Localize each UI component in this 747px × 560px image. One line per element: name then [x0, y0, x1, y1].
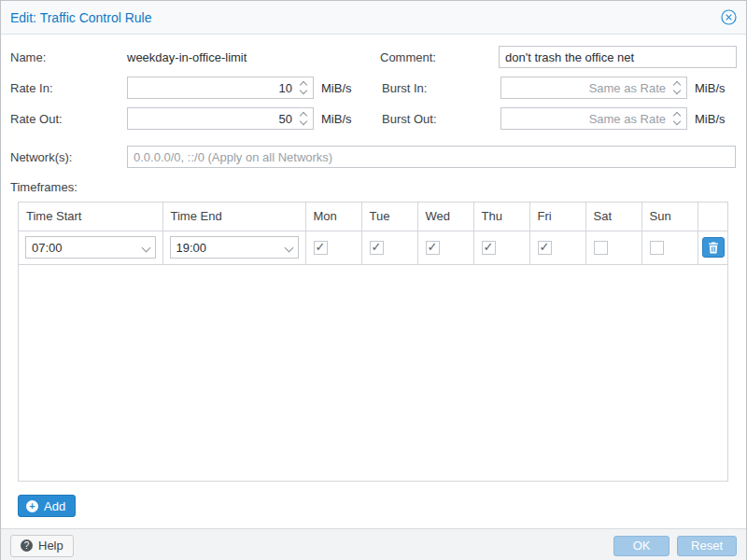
sat-checkbox[interactable] [594, 241, 608, 255]
chevron-down-icon[interactable] [300, 91, 307, 95]
dialog-header: Edit: Traffic Control Rule [1, 1, 746, 35]
sun-checkbox[interactable] [650, 241, 664, 255]
help-icon: ? [21, 539, 33, 552]
add-row-container: + Add [18, 495, 737, 517]
chevron-up-icon[interactable] [300, 81, 307, 86]
reset-button[interactable]: Reset [677, 536, 737, 556]
burst-in-label: Burst In: [382, 81, 500, 95]
burst-out-label: Burst Out: [382, 112, 500, 126]
chevron-down-icon[interactable] [673, 91, 681, 95]
col-header-actions [698, 203, 727, 231]
rate-in-unit: MiB/s [321, 81, 352, 95]
rate-out-label: Rate Out: [10, 112, 127, 126]
rate-out-spinner [298, 108, 309, 129]
row-networks: Network(s): [10, 146, 737, 168]
dialog-title: Edit: Traffic Control Rule [10, 10, 151, 25]
burst-in-field[interactable] [501, 77, 686, 98]
col-header-thu: Thu [473, 203, 529, 231]
table-header-row: Time Start Time End Mon Tue Wed Thu Fri … [19, 203, 727, 231]
chevron-down-icon[interactable] [300, 121, 307, 126]
col-header-fri: Fri [529, 203, 585, 231]
add-button-label: Add [44, 499, 65, 513]
fri-checkbox[interactable] [538, 241, 552, 255]
delete-row-button[interactable] [702, 237, 725, 258]
add-button[interactable]: + Add [18, 495, 76, 517]
help-button[interactable]: ? Help [10, 535, 74, 557]
dialog-footer: ? Help OK Reset [1, 528, 746, 560]
col-header-wed: Wed [417, 203, 473, 231]
table-row [19, 231, 727, 264]
rate-in-spinner [298, 77, 309, 98]
col-header-sat: Sat [585, 203, 641, 231]
help-button-label: Help [38, 539, 63, 553]
networks-field[interactable] [128, 147, 735, 167]
mon-checkbox[interactable] [314, 241, 328, 255]
chevron-up-icon[interactable] [300, 112, 307, 117]
dialog-body: Name: weekday-in-office-limit Comment: R… [1, 35, 746, 528]
timeframes-label: Timeframes: [10, 180, 737, 194]
rate-in-field[interactable] [128, 77, 313, 98]
add-plus-icon: + [26, 500, 38, 512]
timeframes-table: Time Start Time End Mon Tue Wed Thu Fri … [18, 202, 728, 482]
tue-checkbox[interactable] [370, 241, 384, 255]
col-header-time-end: Time End [162, 203, 305, 231]
burst-out-unit: MiB/s [695, 112, 726, 126]
rate-out-unit: MiB/s [321, 112, 352, 126]
networks-label: Network(s): [10, 150, 127, 164]
edit-traffic-control-rule-dialog: Edit: Traffic Control Rule Name: weekday… [0, 0, 747, 560]
burst-out-field[interactable] [501, 108, 686, 129]
row-rate-out-burst-out: Rate Out: MiB/s Burst Out: [10, 107, 737, 130]
col-header-sun: Sun [641, 203, 698, 231]
trash-icon [708, 242, 719, 254]
ok-button[interactable]: OK [613, 536, 669, 556]
rate-out-field[interactable] [128, 108, 313, 129]
chevron-up-icon[interactable] [673, 112, 681, 117]
time-end-combo[interactable] [171, 241, 298, 255]
comment-field[interactable] [500, 47, 736, 67]
burst-in-spinner [671, 77, 683, 98]
thu-checkbox[interactable] [482, 241, 496, 255]
burst-in-unit: MiB/s [695, 81, 726, 95]
time-start-combo[interactable] [26, 241, 155, 255]
row-name-comment: Name: weekday-in-office-limit Comment: [10, 46, 737, 68]
row-rate-in-burst-in: Rate In: MiB/s Burst In: [10, 77, 737, 99]
chevron-up-icon[interactable] [673, 81, 681, 86]
close-icon[interactable] [720, 9, 737, 26]
col-header-tue: Tue [361, 203, 417, 231]
chevron-down-icon[interactable] [673, 121, 681, 126]
wed-checkbox[interactable] [426, 241, 440, 255]
name-value: weekday-in-office-limit [127, 50, 247, 64]
col-header-mon: Mon [305, 203, 361, 231]
name-label: Name: [10, 50, 127, 64]
burst-out-spinner [671, 108, 683, 129]
col-header-time-start: Time Start [19, 203, 162, 231]
comment-label: Comment: [380, 50, 499, 64]
rate-in-label: Rate In: [10, 81, 127, 95]
